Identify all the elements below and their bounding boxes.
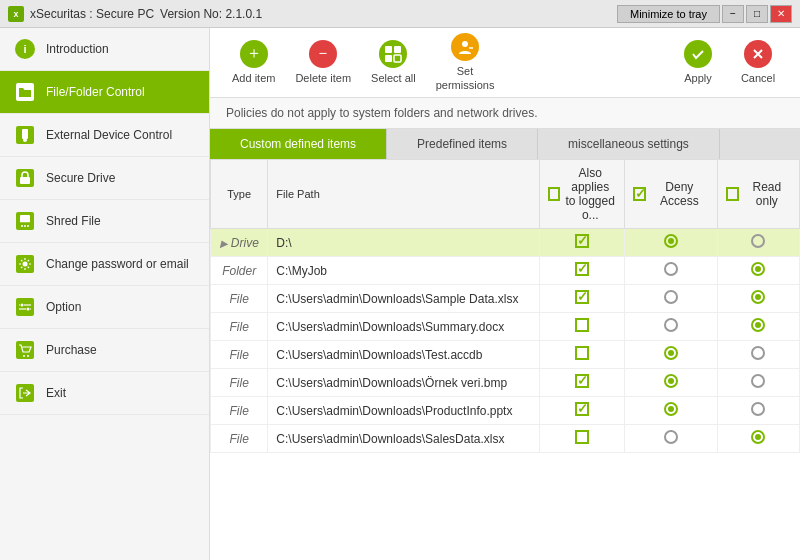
svg-rect-3: [20, 215, 30, 223]
table-row: FolderC:\MyJob: [211, 257, 800, 285]
tab-misc[interactable]: miscellaneous settings: [538, 129, 720, 159]
type-cell: File: [211, 397, 268, 425]
info-icon: i: [14, 38, 36, 60]
deny-access-cell[interactable]: [625, 257, 717, 285]
deny-access-cell[interactable]: [625, 341, 717, 369]
read-only-radio[interactable]: [751, 346, 765, 360]
read-only-header-checkbox[interactable]: [726, 187, 739, 201]
also-applies-checkbox[interactable]: [575, 318, 589, 332]
svg-point-12: [27, 308, 30, 311]
deny-access-radio[interactable]: [664, 402, 678, 416]
also-applies-checkbox[interactable]: [575, 346, 589, 360]
delete-item-label: Delete item: [295, 72, 351, 85]
deny-access-radio[interactable]: [664, 430, 678, 444]
sidebar-item-secure-drive[interactable]: Secure Drive: [0, 157, 209, 200]
read-only-radio[interactable]: [751, 402, 765, 416]
cart-icon: [14, 339, 36, 361]
read-only-cell[interactable]: [717, 229, 799, 257]
also-applies-checkbox[interactable]: [575, 402, 589, 416]
set-permissions-button[interactable]: Set permissions: [426, 27, 505, 97]
also-applies-cell[interactable]: [540, 257, 625, 285]
read-only-cell[interactable]: [717, 285, 799, 313]
also-applies-cell[interactable]: [540, 229, 625, 257]
deny-access-cell[interactable]: [625, 285, 717, 313]
tab-custom-defined[interactable]: Custom defined items: [210, 129, 387, 159]
read-only-radio[interactable]: [751, 290, 765, 304]
deny-access-cell[interactable]: [625, 397, 717, 425]
main-layout: i Introduction File/Folder Control Exter…: [0, 28, 800, 560]
sidebar-label-introduction: Introduction: [46, 42, 109, 56]
also-applies-cell[interactable]: [540, 313, 625, 341]
sidebar-item-file-folder-control[interactable]: File/Folder Control: [0, 71, 209, 114]
deny-access-radio[interactable]: [664, 318, 678, 332]
also-applies-checkbox[interactable]: [575, 430, 589, 444]
tab-predefined[interactable]: Predefined items: [387, 129, 538, 159]
minimize-to-tray-button[interactable]: Minimize to tray: [617, 5, 720, 23]
deny-access-cell[interactable]: [625, 425, 717, 453]
sidebar-item-exit[interactable]: Exit: [0, 372, 209, 415]
also-applies-cell[interactable]: [540, 369, 625, 397]
svg-point-8: [23, 262, 28, 267]
also-applies-header-checkbox[interactable]: [548, 187, 560, 201]
type-cell: Folder: [211, 257, 268, 285]
deny-access-radio[interactable]: [664, 262, 678, 276]
sidebar-item-introduction[interactable]: i Introduction: [0, 28, 209, 71]
also-applies-checkbox[interactable]: [575, 234, 589, 248]
deny-access-cell[interactable]: [625, 229, 717, 257]
read-only-radio[interactable]: [751, 374, 765, 388]
close-button[interactable]: ✕: [770, 5, 792, 23]
read-only-cell[interactable]: [717, 257, 799, 285]
also-applies-checkbox[interactable]: [575, 290, 589, 304]
minimize-button[interactable]: −: [722, 5, 744, 23]
also-applies-checkbox[interactable]: [575, 262, 589, 276]
select-all-button[interactable]: Select all: [361, 34, 426, 91]
deny-access-radio[interactable]: [664, 346, 678, 360]
svg-point-9: [21, 304, 24, 307]
deny-access-cell[interactable]: [625, 313, 717, 341]
option-icon: [14, 296, 36, 318]
also-applies-cell[interactable]: [540, 285, 625, 313]
delete-item-button[interactable]: － Delete item: [285, 34, 361, 91]
svg-point-1: [23, 138, 27, 142]
read-only-cell[interactable]: [717, 341, 799, 369]
read-only-cell[interactable]: [717, 369, 799, 397]
lock-icon: [14, 167, 36, 189]
exit-icon: [14, 382, 36, 404]
read-only-cell[interactable]: [717, 425, 799, 453]
also-applies-cell[interactable]: [540, 425, 625, 453]
deny-access-radio[interactable]: [664, 290, 678, 304]
svg-rect-17: [385, 46, 392, 53]
sidebar: i Introduction File/Folder Control Exter…: [0, 28, 210, 560]
read-only-radio[interactable]: [751, 430, 765, 444]
deny-access-cell[interactable]: [625, 369, 717, 397]
gear-icon: [14, 253, 36, 275]
read-only-header: Read only: [717, 160, 799, 229]
apply-button[interactable]: Apply: [668, 34, 728, 91]
read-only-radio[interactable]: [751, 318, 765, 332]
sidebar-label-exit: Exit: [46, 386, 66, 400]
read-only-cell[interactable]: [717, 313, 799, 341]
read-only-radio[interactable]: [751, 234, 765, 248]
sidebar-item-change-password[interactable]: Change password or email: [0, 243, 209, 286]
cancel-button[interactable]: Cancel: [728, 34, 788, 91]
sidebar-item-option[interactable]: Option: [0, 286, 209, 329]
maximize-button[interactable]: □: [746, 5, 768, 23]
sidebar-item-shred-file[interactable]: Shred File: [0, 200, 209, 243]
sidebar-item-purchase[interactable]: Purchase: [0, 329, 209, 372]
path-cell: C:\MyJob: [268, 257, 540, 285]
select-all-label: Select all: [371, 72, 416, 85]
also-applies-cell[interactable]: [540, 341, 625, 369]
path-cell: C:\Users\admin\Downloads\Test.accdb: [268, 341, 540, 369]
deny-access-header-checkbox[interactable]: [633, 187, 645, 201]
file-table-body: ▶ DriveD:\FolderC:\MyJobFileC:\Users\adm…: [211, 229, 800, 453]
read-only-cell[interactable]: [717, 397, 799, 425]
version-label: Version No: 2.1.0.1: [160, 7, 262, 21]
deny-access-radio[interactable]: [664, 374, 678, 388]
read-only-radio[interactable]: [751, 262, 765, 276]
deny-access-radio[interactable]: [664, 234, 678, 248]
sidebar-item-external-device-control[interactable]: External Device Control: [0, 114, 209, 157]
also-applies-cell[interactable]: [540, 397, 625, 425]
add-item-button[interactable]: ＋ Add item: [222, 34, 285, 91]
type-cell: File: [211, 341, 268, 369]
also-applies-checkbox[interactable]: [575, 374, 589, 388]
